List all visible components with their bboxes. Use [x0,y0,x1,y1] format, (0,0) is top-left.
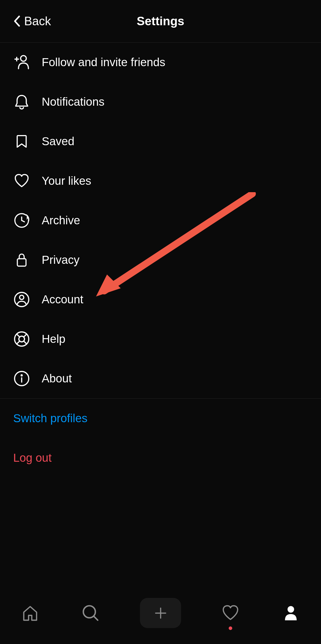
menu-item-about[interactable]: About [0,359,321,398]
nav-activity[interactable] [219,602,241,624]
menu-label: Account [42,293,83,306]
page-title: Settings [137,14,184,28]
menu-item-help[interactable]: Help [0,319,321,359]
menu-label: Your likes [42,174,91,187]
settings-menu: Follow and invite friends Notifications … [0,43,321,398]
svg-point-16 [21,375,22,376]
switch-profiles-label: Switch profiles [13,412,88,425]
nav-search[interactable] [80,602,102,624]
nav-profile[interactable] [280,602,302,624]
menu-item-privacy[interactable]: Privacy [0,240,321,280]
svg-line-22 [94,616,98,620]
menu-label: Archive [42,214,80,227]
menu-item-saved[interactable]: Saved [0,122,321,161]
menu-item-notifications[interactable]: Notifications [0,82,321,122]
profile-icon [282,604,300,622]
lifebuoy-icon [13,331,30,348]
menu-item-archive[interactable]: Archive [0,201,321,240]
menu-label: Notifications [42,95,105,108]
menu-item-your-likes[interactable]: Your likes [0,161,321,201]
menu-item-follow-invite[interactable]: Follow and invite friends [0,43,321,82]
menu-item-account[interactable]: Account [0,280,321,319]
svg-point-25 [288,606,294,613]
svg-line-11 [17,334,19,337]
add-person-icon [13,54,30,71]
svg-rect-6 [17,259,26,266]
menu-label: About [42,372,72,385]
header: Back Settings [0,0,321,43]
back-button[interactable]: Back [13,14,51,28]
account-icon [13,291,30,308]
nav-home[interactable] [19,602,41,624]
logout-button[interactable]: Log out [0,438,321,478]
plus-icon [153,606,168,621]
search-icon [81,603,100,623]
heart-icon [221,603,240,623]
bell-icon [13,93,30,110]
menu-label: Saved [42,135,74,148]
switch-profiles-button[interactable]: Switch profiles [0,399,321,438]
bottom-nav [0,588,321,644]
svg-point-8 [19,295,24,300]
svg-line-5 [22,220,24,222]
home-icon [21,603,40,623]
info-icon [13,370,30,387]
svg-line-13 [17,341,19,344]
heart-icon [13,172,30,189]
menu-label: Privacy [42,253,80,267]
svg-line-12 [24,334,27,337]
archive-icon [13,212,30,229]
chevron-left-icon [13,15,21,27]
lock-icon [13,251,30,268]
svg-line-14 [24,341,27,344]
menu-label: Help [42,332,65,346]
menu-label: Follow and invite friends [42,56,165,69]
nav-create[interactable] [140,598,181,628]
logout-label: Log out [13,451,52,464]
back-label: Back [24,14,51,28]
bookmark-icon [13,133,30,150]
svg-point-0 [21,55,26,61]
notification-dot [229,626,232,630]
